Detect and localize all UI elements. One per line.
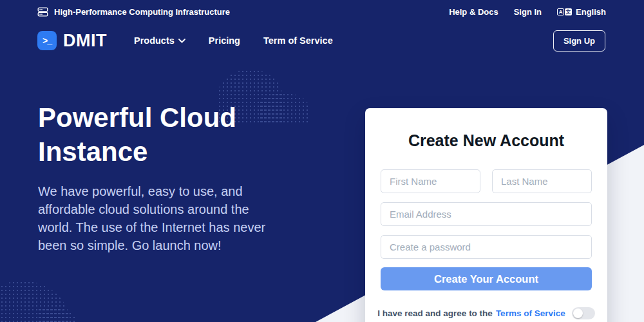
nav-items: Products Pricing Term of Service [134,35,333,46]
sign-in-link[interactable]: Sign In [514,7,542,17]
terms-toggle[interactable] [572,307,595,319]
form-title: Create New Account [381,131,592,150]
topbar: High-Performance Computing Infrastructur… [0,0,644,24]
server-icon [37,6,48,17]
brand-logo[interactable]: >_ DMIT [37,31,107,51]
nav-products-label: Products [134,35,175,46]
name-fields-row [381,169,592,193]
language-selector[interactable]: A 文 English [557,7,606,17]
nav-pricing[interactable]: Pricing [209,35,240,46]
agree-text: I have read and agree to the [377,308,493,318]
nav-products[interactable]: Products [134,35,185,46]
topbar-links: Help & Docs Sign In A 文 English [449,7,606,17]
hero: Powerful Cloud Instance We have powerful… [38,100,328,254]
email-input[interactable] [381,202,592,226]
dotted-corner-decoration [37,308,77,322]
hero-description: We have powerful, easy to use, and affor… [38,182,284,254]
toggle-knob [573,308,583,318]
translate-icon: A 文 [557,8,572,15]
create-account-button[interactable]: Create Your Account [381,267,592,290]
nav-term-of-service[interactable]: Term of Service [263,35,333,46]
sign-up-button[interactable]: Sign Up [553,30,605,52]
language-label: English [576,7,606,17]
password-input[interactable] [381,235,592,259]
landing-page: High-Performance Computing Infrastructur… [0,0,644,322]
chevron-down-icon [178,39,185,43]
first-name-input[interactable] [381,169,480,193]
navbar: >_ DMIT Products Pricing Term of Service… [0,28,644,53]
tagline: High-Performance Computing Infrastructur… [54,7,230,17]
topbar-tagline-group: High-Performance Computing Infrastructur… [37,6,230,17]
terminal-logo-icon: >_ [37,31,57,50]
signup-card: Create New Account Create Your Account I… [365,108,607,322]
help-docs-link[interactable]: Help & Docs [449,7,498,17]
terms-of-service-link[interactable]: Terms of Service [496,308,565,318]
hero-title: Powerful Cloud Instance [38,100,328,169]
brand-name: DMIT [63,31,107,51]
last-name-input[interactable] [492,169,592,193]
terms-agreement-row: I have read and agree to the Terms of Se… [381,307,592,319]
